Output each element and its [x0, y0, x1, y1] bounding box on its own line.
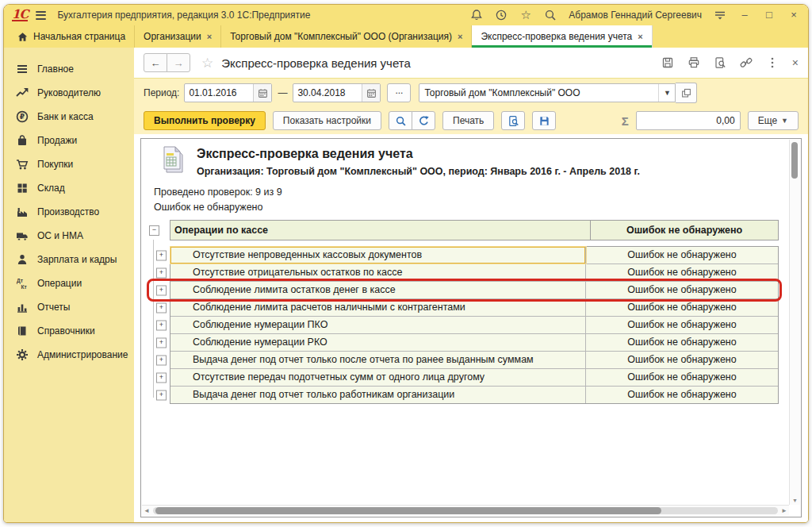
tab[interactable]: Торговый дом "Комплексный" ООО (Организа… [221, 25, 472, 48]
check-name-cell[interactable]: Соблюдение лимита расчетов наличными с к… [170, 299, 586, 316]
vertical-scrollbar[interactable]: ▼ [789, 140, 800, 505]
sidebar-item-bank[interactable]: Банк и касса [4, 105, 134, 129]
link-icon[interactable] [740, 56, 753, 69]
expand-row-icon[interactable] [156, 355, 167, 365]
close-window-icon[interactable]: × [787, 9, 800, 21]
table-row[interactable]: Отсутствие передач подотчетных сумм от о… [170, 369, 778, 387]
tab[interactable]: Начальная страница × [9, 25, 135, 48]
check-result-cell[interactable]: Ошибок не обнаружено [586, 352, 778, 368]
sidebar-item-menu[interactable]: Главное [4, 57, 134, 81]
expand-row-icon[interactable] [156, 390, 167, 400]
table-row[interactable]: Выдача денег под отчет только после отче… [170, 352, 778, 369]
back-button[interactable]: ← [144, 53, 167, 72]
global-search-icon[interactable] [544, 9, 557, 21]
table-header-name[interactable]: Операции по кассе [170, 221, 591, 240]
print-icon[interactable] [688, 56, 700, 69]
sidebar-item-person[interactable]: Зарплата и кадры [4, 248, 134, 271]
more-button[interactable]: Еще ▼ [748, 111, 799, 130]
tab-close-icon[interactable]: × [207, 32, 212, 41]
tab[interactable]: Экспресс-проверка ведения учета × [472, 25, 652, 48]
organization-dropdown-icon[interactable]: ▼ [658, 84, 675, 102]
sidebar-item-book[interactable]: Справочники [4, 319, 134, 343]
check-result-cell[interactable]: Ошибок не обнаружено [586, 299, 778, 316]
horizontal-scrollbar[interactable]: ◄ ► [142, 505, 789, 516]
collapse-group-icon[interactable] [149, 225, 159, 236]
preview-icon[interactable] [714, 56, 726, 69]
calendar-icon[interactable] [253, 84, 271, 102]
table-row[interactable]: Отсутствие отрицательных остатков по кас… [170, 264, 778, 282]
sidebar-item-factory[interactable]: Производство [4, 200, 134, 224]
sidebar-item-sales[interactable]: Продажи [4, 129, 134, 152]
tab-close-icon[interactable]: × [458, 32, 462, 41]
check-result-cell[interactable]: Ошибок не обнаружено [586, 247, 778, 264]
scroll-left-arrow-icon[interactable]: ◄ [144, 507, 150, 514]
sidebar-item-gear[interactable]: Администрирование [4, 343, 134, 367]
expand-row-icon[interactable] [156, 285, 167, 295]
check-name-cell[interactable]: Соблюдение нумерации ПКО [170, 317, 586, 333]
forward-button[interactable]: → [167, 53, 190, 72]
period-choose-button[interactable]: ... [387, 83, 411, 102]
service-menu-icon[interactable] [714, 9, 726, 21]
table-row[interactable]: Соблюдение лимита остатков денег в кассе… [170, 282, 778, 299]
date-to-input[interactable] [293, 87, 362, 98]
more-menu-kebab-icon[interactable] [766, 56, 779, 69]
table-row[interactable]: Выдача денег под отчет только работникам… [170, 387, 778, 403]
minimize-icon[interactable]: – [738, 9, 751, 21]
check-name-cell[interactable]: Выдача денег под отчет только работникам… [170, 387, 586, 403]
sidebar-item-chart[interactable]: Отчеты [4, 295, 134, 319]
table-row[interactable]: Соблюдение нумерации ПКО Ошибок не обнар… [170, 317, 778, 334]
sidebar-item-dtkt[interactable]: Операции [4, 271, 134, 295]
expand-row-icon[interactable] [156, 250, 167, 260]
table-row[interactable]: Отсутствие непроведенных кассовых докуме… [170, 247, 778, 264]
preview-button[interactable] [501, 111, 525, 130]
tab[interactable]: Организации × [135, 25, 221, 48]
scroll-down-arrow-icon[interactable]: ▼ [790, 498, 800, 503]
add-favorite-star-icon[interactable]: ☆ [201, 55, 213, 71]
check-result-cell[interactable]: Ошибок не обнаружено [586, 369, 778, 386]
expand-row-icon[interactable] [156, 337, 167, 348]
calendar-icon[interactable] [362, 84, 380, 102]
sidebar-item-grid[interactable]: Склад [4, 176, 134, 200]
check-name-cell[interactable]: Отсутствие отрицательных остатков по кас… [170, 264, 586, 281]
check-result-cell[interactable]: Ошибок не обнаружено [586, 317, 778, 333]
favorites-star-icon[interactable]: ☆ [519, 9, 532, 21]
expand-row-icon[interactable] [156, 320, 167, 330]
organization-open-icon[interactable] [676, 83, 697, 103]
expand-row-icon[interactable] [156, 267, 167, 278]
date-from-input[interactable] [185, 87, 253, 98]
save-report-button[interactable] [532, 111, 556, 130]
vertical-scroll-thumb[interactable] [791, 142, 798, 179]
check-result-cell[interactable]: Ошибок не обнаружено [586, 282, 778, 298]
main-menu-icon[interactable] [36, 11, 46, 20]
save-icon[interactable] [661, 56, 674, 69]
table-row[interactable]: Соблюдение лимита расчетов наличными с к… [170, 299, 778, 317]
sum-field[interactable] [636, 111, 741, 130]
refresh-button[interactable] [412, 111, 435, 130]
close-form-icon[interactable]: × [792, 56, 799, 69]
check-name-cell[interactable]: Отсутствие непроведенных кассовых докуме… [170, 247, 586, 264]
scroll-right-arrow-icon[interactable]: ► [781, 507, 787, 514]
expand-row-icon[interactable] [156, 372, 167, 383]
find-button[interactable] [389, 111, 412, 130]
show-settings-button[interactable]: Показать настройки [273, 111, 381, 130]
check-name-cell[interactable]: Выдача денег под отчет только после отче… [170, 352, 586, 368]
notifications-bell-icon[interactable] [470, 9, 483, 21]
tab-close-icon[interactable]: × [638, 32, 642, 41]
check-name-cell[interactable]: Соблюдение нумерации РКО [170, 334, 586, 351]
sidebar-item-truck[interactable]: ОС и НМА [4, 224, 134, 248]
maximize-icon[interactable]: □ [763, 9, 776, 21]
check-name-cell[interactable]: Отсутствие передач подотчетных сумм от о… [170, 369, 586, 386]
print-button[interactable]: Печать [442, 111, 494, 130]
table-row[interactable]: Соблюдение нумерации РКО Ошибок не обнар… [170, 334, 778, 352]
check-result-cell[interactable]: Ошибок не обнаружено [586, 264, 778, 281]
check-name-cell[interactable]: Соблюдение лимита остатков денег в кассе [170, 282, 586, 298]
check-result-cell[interactable]: Ошибок не обнаружено [586, 334, 778, 351]
organization-field[interactable]: Торговый дом "Комплексный" ООО ▼ [419, 83, 676, 102]
current-user[interactable]: Абрамов Геннадий Сергеевич [569, 10, 702, 21]
expand-row-icon[interactable] [156, 302, 167, 313]
run-check-button[interactable]: Выполнить проверку [144, 111, 266, 130]
horizontal-scroll-thumb[interactable] [155, 507, 661, 514]
sidebar-item-cart[interactable]: Покупки [4, 152, 134, 176]
sidebar-item-trend[interactable]: Руководителю [4, 81, 134, 105]
history-icon[interactable] [495, 9, 508, 21]
